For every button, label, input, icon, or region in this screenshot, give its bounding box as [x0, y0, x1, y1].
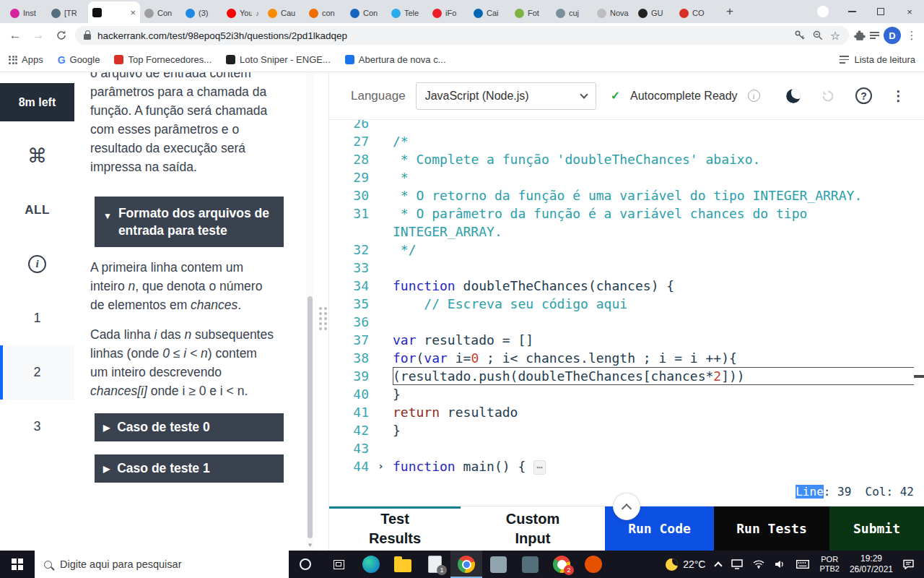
window-maximize-button[interactable] — [866, 0, 895, 23]
wifi-tray-icon[interactable] — [748, 551, 770, 578]
extensions-puzzle-icon[interactable] — [853, 30, 866, 42]
bookmark-item[interactable]: Loto Sniper - ENGE... — [226, 54, 331, 65]
browser-tab[interactable]: GU — [634, 3, 675, 23]
dark-mode-icon[interactable] — [786, 89, 801, 103]
keyboard-shortcuts-button[interactable]: ⌘ — [0, 129, 74, 183]
tab-audio-icon[interactable]: ♪ — [256, 9, 259, 17]
bookmark-item[interactable]: Abertura de nova c... — [345, 54, 446, 65]
browser-tab[interactable]: con — [305, 3, 346, 23]
tab-test-results[interactable]: Test Results — [329, 506, 461, 551]
taskbar-app-java[interactable] — [578, 551, 609, 578]
taskbar-app-edge[interactable] — [355, 551, 387, 578]
taskbar-app-documents[interactable]: 1 — [419, 551, 450, 578]
code-lines[interactable]: 2627/*28 * Complete a função 'doubleTheC… — [329, 114, 914, 477]
reading-list-button[interactable]: Lista de leitura — [840, 54, 915, 65]
window-minimize-button[interactable] — [837, 0, 866, 23]
sidebar-question-2-active[interactable]: 2 — [0, 345, 74, 400]
code-line[interactable]: 44›function main() { ⋯ — [329, 457, 914, 477]
bookmark-item[interactable]: Top Fornecedores... — [114, 54, 212, 65]
browser-tab[interactable]: CO — [675, 3, 716, 23]
bookmark-item[interactable]: GGoogle — [58, 54, 100, 66]
back-button[interactable]: ← — [6, 26, 25, 45]
browser-tab[interactable]: (3) — [181, 3, 222, 23]
testcase-0-button[interactable]: ▶ Caso de teste 0 — [95, 413, 284, 441]
code-line[interactable]: 36 — [329, 313, 914, 331]
sidebar-all-button[interactable]: ALL — [0, 183, 74, 237]
bookmark-item[interactable]: Apps — [9, 54, 43, 65]
user-bubble-icon[interactable] — [808, 0, 837, 23]
browser-tab[interactable]: Nova g — [593, 3, 634, 23]
help-icon[interactable] — [855, 87, 872, 104]
code-line[interactable]: 35 // Escreva seu código aqui — [329, 295, 914, 313]
volume-tray-icon[interactable] — [770, 551, 791, 578]
code-line[interactable]: 39(resultado.push(doubleTheChances[chanc… — [329, 367, 914, 385]
tab-close-icon[interactable]: × — [130, 7, 136, 18]
collapse-panel-button[interactable] — [613, 493, 640, 520]
code-line[interactable]: 34function doubleTheChances(chances) { — [329, 277, 914, 295]
taskbar-app-explorer[interactable] — [514, 551, 546, 578]
code-line[interactable]: 40} — [329, 385, 914, 403]
zoom-icon[interactable] — [812, 30, 824, 41]
cortana-button[interactable] — [289, 551, 322, 578]
weather-widget[interactable]: 22°C — [661, 551, 710, 578]
editor-menu-icon[interactable]: ⋮ — [892, 87, 905, 104]
code-line[interactable]: 27/* — [329, 132, 914, 150]
autocomplete-info-icon[interactable] — [748, 90, 760, 102]
taskbar-app-folder[interactable] — [387, 551, 419, 578]
profile-avatar[interactable]: D — [884, 27, 901, 44]
touch-keyboard-icon[interactable] — [791, 551, 814, 578]
tray-expand-button[interactable] — [710, 551, 726, 578]
language-select[interactable]: JavaScript (Node.js) — [416, 82, 596, 110]
browser-tab[interactable]: [TR — [47, 3, 88, 23]
submit-button[interactable]: Submit — [829, 506, 924, 551]
browser-tab[interactable]: Con — [140, 3, 181, 23]
address-bar[interactable]: hackerrank.com/test/98epoq52i3h/question… — [75, 26, 849, 45]
browser-tab[interactable]: Tele — [387, 3, 428, 23]
browser-tab[interactable]: Cai — [469, 3, 510, 23]
scrollbar-down-arrow[interactable]: ▼ — [306, 542, 314, 548]
start-button[interactable] — [0, 551, 35, 578]
taskbar-app-browser[interactable]: 2 — [546, 551, 578, 578]
tab-custom-input[interactable]: Custom Input — [461, 506, 605, 551]
code-line[interactable]: 38for(var i=0 ; i< chances.length ; i = … — [329, 349, 914, 367]
code-line[interactable]: 30 * O retorno da função é uma variável … — [329, 186, 914, 204]
taskbar-app-chrome[interactable] — [450, 551, 482, 578]
code-line[interactable]: 33 — [329, 259, 914, 277]
code-line[interactable]: 42} — [329, 421, 914, 439]
new-tab-button[interactable]: + — [720, 2, 739, 21]
code-line[interactable]: 31 * O parâmetro da função é a variável … — [329, 204, 914, 241]
task-view-button[interactable] — [322, 551, 355, 578]
browser-tab[interactable]: Con — [346, 3, 387, 23]
browser-tab[interactable]: Inst — [6, 3, 47, 23]
sidebar-question-3[interactable]: 3 — [0, 400, 74, 454]
action-center-button[interactable] — [898, 551, 920, 578]
url-text[interactable]: hackerrank.com/test/98epoq52i3h/question… — [97, 30, 788, 41]
language-indicator[interactable]: POR PTB2 — [814, 551, 845, 578]
reading-list-icon[interactable] — [870, 32, 879, 39]
sidebar-question-1[interactable]: 1 — [0, 291, 74, 345]
window-close-button[interactable]: × — [895, 0, 924, 23]
browser-tab[interactable]: Fot — [510, 3, 552, 23]
testcase-1-button[interactable]: ▶ Caso de teste 1 — [95, 454, 284, 483]
taskbar-search[interactable]: Digite aqui para pesquisar — [35, 551, 289, 578]
taskbar-clock[interactable]: 19:29 26/07/2021 — [845, 551, 898, 578]
run-tests-button[interactable]: Run Tests — [714, 506, 829, 551]
browser-tab[interactable]: Cau — [263, 3, 305, 23]
browser-tab[interactable]: cuj — [552, 3, 593, 23]
code-line[interactable]: 32 */ — [329, 241, 914, 259]
format-section-header[interactable]: ▼ Formato dos arquivos de entrada para t… — [95, 197, 284, 247]
question-scrollbar[interactable]: ▼ — [306, 72, 314, 551]
code-line[interactable]: 37var resultado = [] — [329, 331, 914, 349]
display-tray-icon[interactable] — [726, 551, 748, 578]
reload-button[interactable] — [52, 26, 71, 45]
sidebar-info-button[interactable] — [0, 237, 74, 291]
browser-tab[interactable]: You♪ — [222, 3, 263, 23]
browser-menu-icon[interactable]: ⋮ — [905, 29, 918, 42]
code-line[interactable]: 28 * Complete a função 'doubleTheChances… — [329, 150, 914, 168]
forward-button[interactable]: → — [29, 26, 48, 45]
scrollbar-thumb[interactable] — [308, 296, 313, 538]
code-line[interactable]: 29 * — [329, 168, 914, 186]
code-line[interactable]: 41return resultado — [329, 403, 914, 421]
panel-resize-handle[interactable] — [317, 302, 328, 335]
taskbar-app-devtools[interactable] — [482, 551, 514, 578]
